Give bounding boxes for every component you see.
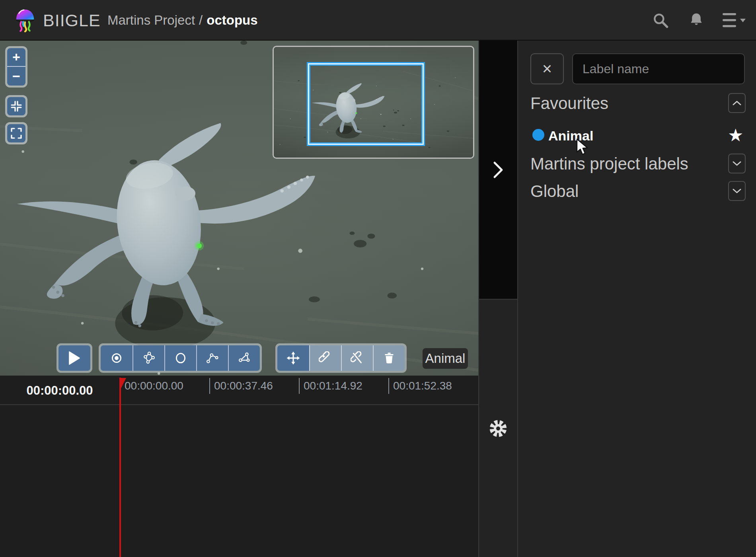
gear-icon bbox=[488, 419, 508, 438]
expand-icon bbox=[10, 127, 23, 140]
breadcrumb-video: octopus bbox=[207, 13, 257, 27]
play-icon bbox=[68, 351, 80, 365]
playhead[interactable] bbox=[119, 378, 121, 557]
play-button[interactable] bbox=[58, 345, 90, 371]
rectangle-icon bbox=[142, 351, 156, 365]
settings-tab[interactable] bbox=[479, 299, 517, 557]
tick-label: 00:00:37.46 bbox=[214, 380, 273, 392]
main-menu-icon[interactable] bbox=[719, 0, 751, 41]
biigle-video-annotator: BIIGLE Martins Project/octopus + − bbox=[0, 0, 756, 557]
section-project-labels-title[interactable]: Martins project labels bbox=[530, 154, 688, 173]
minimap[interactable] bbox=[273, 46, 474, 159]
point-icon bbox=[110, 351, 123, 365]
label-color-dot bbox=[532, 129, 544, 141]
top-navbar: BIIGLE Martins Project/octopus bbox=[0, 0, 756, 41]
polygon-tool-button[interactable] bbox=[228, 345, 260, 371]
chevron-right-icon bbox=[493, 161, 504, 179]
label-filter-input[interactable] bbox=[572, 53, 745, 84]
playback-controls bbox=[57, 343, 92, 373]
search-icon[interactable] bbox=[649, 0, 672, 41]
sidebar-toggle-strip bbox=[478, 41, 518, 557]
zoom-in-button[interactable]: + bbox=[7, 48, 25, 67]
section-global-title[interactable]: Global bbox=[530, 182, 579, 201]
edit-tool-group bbox=[275, 343, 407, 373]
section-favourites-collapse-button[interactable] bbox=[728, 93, 746, 113]
section-project-labels-expand-button[interactable] bbox=[728, 154, 746, 173]
compress-fit-button[interactable] bbox=[7, 97, 25, 115]
current-time: 00:00:00.00 bbox=[0, 384, 119, 398]
video-canvas[interactable]: + − bbox=[0, 41, 478, 376]
fit-view-control bbox=[5, 95, 27, 117]
tick-line bbox=[299, 378, 300, 394]
zoom-controls: + − bbox=[5, 46, 27, 88]
tick-line bbox=[388, 378, 389, 394]
tick-label: 00:01:52.38 bbox=[393, 380, 452, 392]
section-favourites-title[interactable]: Favourites bbox=[530, 94, 608, 113]
compress-icon bbox=[10, 100, 23, 113]
tick-label: 00:01:14.92 bbox=[304, 380, 362, 392]
minimap-viewport-rect[interactable] bbox=[307, 62, 425, 146]
link-icon bbox=[319, 351, 332, 365]
timeline[interactable]: 00:00:00.00 00:00:00.00 00:00:37.46 00:0… bbox=[0, 376, 478, 557]
unlink-icon bbox=[351, 351, 364, 365]
section-global-expand-button[interactable] bbox=[728, 181, 746, 201]
chevron-up-icon bbox=[733, 100, 741, 106]
circle-icon bbox=[174, 351, 187, 365]
tick-line bbox=[209, 378, 210, 394]
delete-annotation-button[interactable] bbox=[373, 345, 405, 371]
chevron-down-icon bbox=[733, 161, 741, 166]
shape-tool-group bbox=[99, 343, 262, 373]
notifications-bell-icon[interactable] bbox=[685, 0, 707, 41]
biigle-jellyfish-logo[interactable] bbox=[14, 7, 37, 33]
zoom-out-button[interactable]: − bbox=[7, 67, 25, 86]
move-tool-button[interactable] bbox=[277, 345, 309, 371]
polygon-icon bbox=[238, 351, 251, 365]
mouse-cursor bbox=[576, 138, 592, 156]
timeline-ruler-divider bbox=[0, 404, 478, 405]
playhead-flag-icon bbox=[121, 378, 127, 389]
breadcrumb-separator: / bbox=[195, 13, 207, 27]
favourite-star-icon[interactable]: ★ bbox=[728, 126, 743, 145]
link-annotations-button[interactable] bbox=[309, 345, 341, 371]
selected-label-badge: Animal bbox=[423, 348, 468, 369]
breadcrumb-project[interactable]: Martins Project bbox=[107, 13, 195, 27]
move-icon bbox=[286, 351, 300, 365]
fullscreen-control bbox=[5, 122, 27, 144]
label-sidebar: × Favourites Animal ★ Martins project la… bbox=[518, 41, 756, 557]
clear-label-filter-button[interactable]: × bbox=[530, 53, 564, 84]
collapse-sidebar-tab[interactable] bbox=[479, 41, 517, 299]
breadcrumb: Martins Project/octopus bbox=[107, 0, 258, 41]
linestring-icon bbox=[206, 351, 219, 365]
rectangle-tool-button[interactable] bbox=[132, 345, 164, 371]
brand-name[interactable]: BIIGLE bbox=[43, 0, 101, 41]
circle-tool-button[interactable] bbox=[164, 345, 196, 371]
linestring-tool-button[interactable] bbox=[196, 345, 228, 371]
tick-label: 00:00:00.00 bbox=[125, 380, 183, 392]
chevron-down-icon bbox=[733, 188, 741, 194]
fullscreen-button[interactable] bbox=[7, 124, 25, 142]
label-item-animal[interactable]: Animal ★ bbox=[532, 126, 747, 146]
point-tool-button[interactable] bbox=[101, 345, 132, 371]
unlink-annotations-button[interactable] bbox=[341, 345, 373, 371]
trash-icon bbox=[382, 351, 396, 365]
